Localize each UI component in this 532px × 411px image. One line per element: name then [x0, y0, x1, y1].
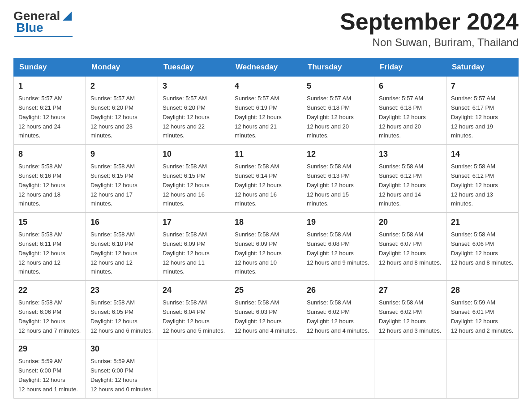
- calendar-cell: 19Sunrise: 5:58 AMSunset: 6:08 PMDayligh…: [302, 213, 374, 281]
- calendar-cell: 14Sunrise: 5:58 AMSunset: 6:12 PMDayligh…: [446, 145, 519, 213]
- calendar-cell: 1Sunrise: 5:57 AMSunset: 6:21 PMDaylight…: [14, 77, 86, 145]
- calendar-cell: 7Sunrise: 5:57 AMSunset: 6:17 PMDaylight…: [446, 77, 519, 145]
- header-tuesday: Tuesday: [158, 58, 230, 77]
- day-info: Sunrise: 5:57 AMSunset: 6:21 PMDaylight:…: [18, 95, 65, 139]
- day-number: 8: [18, 148, 81, 160]
- calendar-cell: 6Sunrise: 5:57 AMSunset: 6:18 PMDaylight…: [374, 77, 446, 145]
- calendar-cell: [230, 339, 302, 398]
- calendar-cell: 27Sunrise: 5:58 AMSunset: 6:02 PMDayligh…: [374, 281, 446, 339]
- calendar-cell: 4Sunrise: 5:57 AMSunset: 6:19 PMDaylight…: [230, 77, 302, 145]
- day-number: 23: [90, 284, 153, 296]
- calendar-table: SundayMondayTuesdayWednesdayThursdayFrid…: [13, 58, 519, 398]
- day-info: Sunrise: 5:58 AMSunset: 6:13 PMDaylight:…: [307, 163, 354, 207]
- calendar-week-row: 1Sunrise: 5:57 AMSunset: 6:21 PMDaylight…: [14, 77, 519, 145]
- calendar-week-row: 22Sunrise: 5:58 AMSunset: 6:06 PMDayligh…: [14, 281, 519, 339]
- day-number: 17: [163, 216, 225, 228]
- calendar-cell: 13Sunrise: 5:58 AMSunset: 6:12 PMDayligh…: [374, 145, 446, 213]
- header-wednesday: Wednesday: [230, 58, 302, 77]
- day-number: 28: [451, 284, 514, 296]
- day-number: 15: [18, 216, 81, 228]
- day-number: 25: [235, 284, 297, 296]
- day-info: Sunrise: 5:58 AMSunset: 6:16 PMDaylight:…: [18, 163, 65, 207]
- day-info: Sunrise: 5:58 AMSunset: 6:04 PMDaylight:…: [163, 299, 225, 334]
- day-info: Sunrise: 5:57 AMSunset: 6:18 PMDaylight:…: [307, 95, 354, 139]
- calendar-cell: 16Sunrise: 5:58 AMSunset: 6:10 PMDayligh…: [86, 213, 158, 281]
- calendar-cell: 3Sunrise: 5:57 AMSunset: 6:20 PMDaylight…: [158, 77, 230, 145]
- calendar-cell: 25Sunrise: 5:58 AMSunset: 6:03 PMDayligh…: [230, 281, 302, 339]
- day-number: 13: [379, 148, 442, 160]
- day-number: 7: [451, 80, 514, 92]
- day-info: Sunrise: 5:58 AMSunset: 6:02 PMDaylight:…: [307, 299, 369, 334]
- calendar-cell: 8Sunrise: 5:58 AMSunset: 6:16 PMDaylight…: [14, 145, 86, 213]
- header-thursday: Thursday: [302, 58, 374, 77]
- calendar-cell: 30Sunrise: 5:59 AMSunset: 6:00 PMDayligh…: [86, 339, 158, 398]
- calendar-cell: 20Sunrise: 5:58 AMSunset: 6:07 PMDayligh…: [374, 213, 446, 281]
- calendar-week-row: 8Sunrise: 5:58 AMSunset: 6:16 PMDaylight…: [14, 145, 519, 213]
- calendar-cell: 26Sunrise: 5:58 AMSunset: 6:02 PMDayligh…: [302, 281, 374, 339]
- day-info: Sunrise: 5:58 AMSunset: 6:15 PMDaylight:…: [163, 163, 210, 207]
- calendar-cell: [158, 339, 230, 398]
- day-info: Sunrise: 5:59 AMSunset: 6:00 PMDaylight:…: [18, 358, 78, 392]
- day-number: 27: [379, 284, 442, 296]
- calendar-cell: 17Sunrise: 5:58 AMSunset: 6:09 PMDayligh…: [158, 213, 230, 281]
- day-info: Sunrise: 5:57 AMSunset: 6:19 PMDaylight:…: [235, 95, 282, 139]
- day-info: Sunrise: 5:58 AMSunset: 6:06 PMDaylight:…: [451, 231, 513, 265]
- svg-marker-0: [63, 12, 72, 21]
- day-info: Sunrise: 5:58 AMSunset: 6:05 PMDaylight:…: [90, 299, 153, 334]
- day-number: 5: [307, 80, 369, 92]
- calendar-cell: 24Sunrise: 5:58 AMSunset: 6:04 PMDayligh…: [158, 281, 230, 339]
- day-number: 18: [235, 216, 297, 228]
- calendar-cell: 5Sunrise: 5:57 AMSunset: 6:18 PMDaylight…: [302, 77, 374, 145]
- calendar-cell: 18Sunrise: 5:58 AMSunset: 6:09 PMDayligh…: [230, 213, 302, 281]
- day-info: Sunrise: 5:57 AMSunset: 6:20 PMDaylight:…: [163, 95, 210, 139]
- day-info: Sunrise: 5:57 AMSunset: 6:20 PMDaylight:…: [90, 95, 137, 139]
- day-number: 10: [163, 148, 225, 160]
- page-header: General Blue September 2024 Non Suwan, B…: [13, 9, 519, 49]
- day-number: 21: [451, 216, 514, 228]
- day-number: 11: [235, 148, 297, 160]
- calendar-cell: 23Sunrise: 5:58 AMSunset: 6:05 PMDayligh…: [86, 281, 158, 339]
- calendar-cell: 10Sunrise: 5:58 AMSunset: 6:15 PMDayligh…: [158, 145, 230, 213]
- day-info: Sunrise: 5:58 AMSunset: 6:14 PMDaylight:…: [235, 163, 282, 207]
- day-info: Sunrise: 5:58 AMSunset: 6:12 PMDaylight:…: [451, 163, 498, 207]
- calendar-cell: 12Sunrise: 5:58 AMSunset: 6:13 PMDayligh…: [302, 145, 374, 213]
- day-number: 2: [90, 80, 153, 92]
- day-number: 19: [307, 216, 369, 228]
- day-info: Sunrise: 5:58 AMSunset: 6:08 PMDaylight:…: [307, 231, 369, 265]
- calendar-cell: 15Sunrise: 5:58 AMSunset: 6:11 PMDayligh…: [14, 213, 86, 281]
- day-number: 30: [90, 343, 153, 355]
- day-info: Sunrise: 5:58 AMSunset: 6:11 PMDaylight:…: [18, 231, 65, 275]
- header-sunday: Sunday: [14, 58, 86, 77]
- calendar-cell: 29Sunrise: 5:59 AMSunset: 6:00 PMDayligh…: [14, 339, 86, 398]
- day-number: 9: [90, 148, 153, 160]
- day-number: 14: [451, 148, 514, 160]
- calendar-week-row: 15Sunrise: 5:58 AMSunset: 6:11 PMDayligh…: [14, 213, 519, 281]
- day-info: Sunrise: 5:58 AMSunset: 6:09 PMDaylight:…: [235, 231, 282, 275]
- day-number: 24: [163, 284, 225, 296]
- day-number: 12: [307, 148, 369, 160]
- day-number: 6: [379, 80, 442, 92]
- month-title: September 2024: [340, 9, 519, 34]
- day-info: Sunrise: 5:58 AMSunset: 6:09 PMDaylight:…: [163, 231, 210, 275]
- header-monday: Monday: [86, 58, 158, 77]
- calendar-cell: 11Sunrise: 5:58 AMSunset: 6:14 PMDayligh…: [230, 145, 302, 213]
- calendar-cell: 9Sunrise: 5:58 AMSunset: 6:15 PMDaylight…: [86, 145, 158, 213]
- calendar-cell: [374, 339, 446, 398]
- day-number: 3: [163, 80, 225, 92]
- day-info: Sunrise: 5:58 AMSunset: 6:03 PMDaylight:…: [235, 299, 297, 334]
- calendar-cell: 28Sunrise: 5:59 AMSunset: 6:01 PMDayligh…: [446, 281, 519, 339]
- calendar-header-row: SundayMondayTuesdayWednesdayThursdayFrid…: [14, 58, 519, 77]
- day-number: 22: [18, 284, 81, 296]
- day-info: Sunrise: 5:57 AMSunset: 6:18 PMDaylight:…: [379, 95, 426, 139]
- day-number: 16: [90, 216, 153, 228]
- calendar-cell: 22Sunrise: 5:58 AMSunset: 6:06 PMDayligh…: [14, 281, 86, 339]
- day-number: 1: [18, 80, 81, 92]
- calendar-cell: 2Sunrise: 5:57 AMSunset: 6:20 PMDaylight…: [86, 77, 158, 145]
- day-info: Sunrise: 5:58 AMSunset: 6:12 PMDaylight:…: [379, 163, 426, 207]
- header-friday: Friday: [374, 58, 446, 77]
- day-number: 20: [379, 216, 442, 228]
- location-title: Non Suwan, Buriram, Thailand: [340, 36, 519, 49]
- day-info: Sunrise: 5:58 AMSunset: 6:02 PMDaylight:…: [379, 299, 441, 334]
- day-number: 4: [235, 80, 297, 92]
- day-info: Sunrise: 5:58 AMSunset: 6:10 PMDaylight:…: [90, 231, 137, 275]
